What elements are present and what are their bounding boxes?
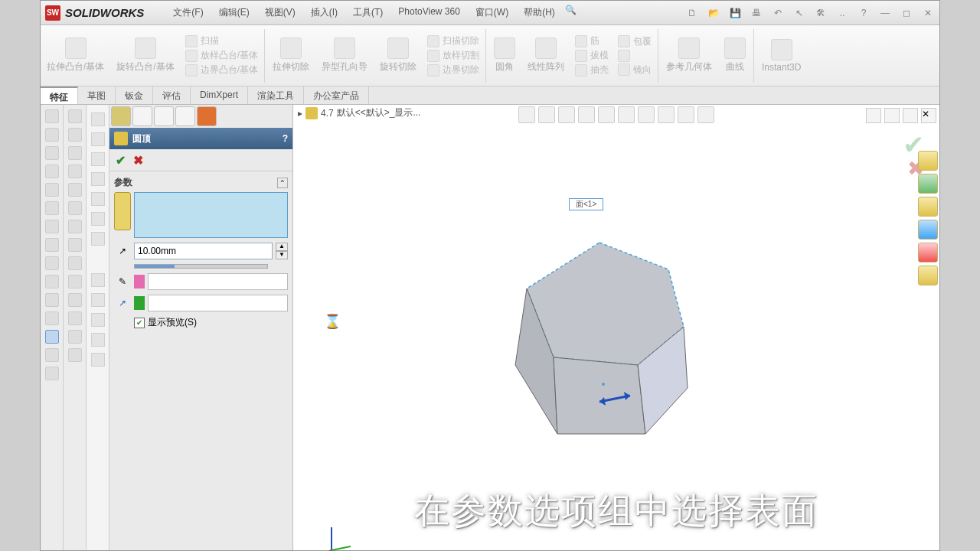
pm-tab-icon[interactable] — [132, 106, 152, 126]
new-icon[interactable]: 🗋 — [685, 6, 699, 20]
window-icon[interactable] — [884, 108, 900, 123]
close-icon[interactable]: ✕ — [921, 6, 935, 20]
dome-button[interactable] — [618, 50, 652, 62]
tool-icon[interactable] — [68, 348, 82, 362]
cancel-icon[interactable]: ✖ — [133, 153, 143, 168]
window-close-icon[interactable]: ✕ — [921, 108, 936, 123]
distance-spinner[interactable]: ▲▼ — [276, 243, 288, 259]
section-view-icon[interactable] — [578, 106, 595, 123]
tool-icon[interactable] — [68, 220, 82, 233]
instant3d-button[interactable]: Instant3D — [756, 36, 807, 76]
tab-sheetmetal[interactable]: 钣金 — [116, 86, 153, 104]
taskpane-appearance-icon[interactable] — [918, 243, 938, 262]
select-icon[interactable]: ↖ — [792, 6, 806, 20]
tool-icon[interactable] — [45, 275, 59, 289]
tool-icon[interactable] — [45, 367, 59, 380]
pm-tab-icon[interactable] — [175, 106, 195, 126]
fm-tab-icon[interactable] — [91, 232, 105, 246]
tool-icon[interactable] — [45, 293, 59, 307]
tab-features[interactable]: 特征 — [41, 86, 78, 104]
save-icon[interactable]: 💾 — [728, 6, 742, 20]
fillet-button[interactable]: 圆角 — [488, 34, 521, 77]
menu-photoview[interactable]: PhotoView 360 — [392, 3, 466, 22]
hide-show-icon[interactable] — [638, 106, 655, 123]
pm-tab-icon[interactable] — [154, 106, 174, 126]
extrude-boss-button[interactable]: 拉伸凸台/基体 — [41, 34, 110, 77]
view-settings-icon[interactable] — [697, 106, 714, 123]
tool-icon[interactable] — [68, 311, 82, 325]
taskpane-home-icon[interactable] — [918, 151, 938, 171]
wrap-button[interactable]: 包覆 — [618, 35, 652, 48]
menu-help[interactable]: 帮助(H) — [518, 3, 561, 22]
print-icon[interactable]: 🖶 — [750, 6, 763, 20]
zoom-area-icon[interactable] — [538, 106, 555, 123]
distance-input[interactable] — [134, 243, 273, 259]
open-icon[interactable]: 📂 — [707, 6, 720, 20]
loft-cut-button[interactable]: 放样切割 — [427, 49, 479, 62]
shell-button[interactable]: 抽壳 — [575, 64, 609, 77]
linear-pattern-button[interactable]: 线性阵列 — [521, 34, 570, 77]
hole-wizard-button[interactable]: 异型孔向导 — [315, 34, 374, 77]
expand-icon[interactable]: ▸ — [298, 108, 302, 119]
swept-cut-button[interactable]: 扫描切除 — [427, 34, 479, 47]
tab-sketch[interactable]: 草图 — [78, 86, 116, 104]
zoom-fit-icon[interactable] — [518, 106, 535, 123]
breadcrumb[interactable]: ▸ 4.7 默认<<默认>_显示... — [298, 106, 420, 119]
revolve-boss-button[interactable]: 旋转凸台/基体 — [110, 34, 180, 77]
tab-evaluate[interactable]: 评估 — [153, 86, 191, 104]
tool-icon[interactable] — [45, 256, 59, 270]
tool-icon[interactable] — [68, 146, 82, 160]
menu-view[interactable]: 视图(V) — [259, 3, 302, 22]
tool-icon[interactable] — [68, 165, 82, 178]
window-icon[interactable] — [903, 108, 918, 123]
fm-tab-icon[interactable] — [91, 293, 105, 307]
appearance-icon[interactable] — [658, 106, 675, 123]
rebuild-icon[interactable]: 🛠 — [814, 6, 828, 20]
tool-icon[interactable] — [45, 128, 59, 142]
tool-icon[interactable] — [45, 183, 59, 197]
menu-edit[interactable]: 编辑(E) — [213, 3, 256, 22]
search-icon[interactable]: 🔍 — [564, 3, 578, 17]
revolve-cut-button[interactable]: 旋转切除 — [374, 34, 423, 77]
fm-tab-icon[interactable] — [91, 112, 105, 126]
loft-boss-button[interactable]: 放样凸台/基体 — [185, 49, 258, 62]
tool-icon[interactable] — [45, 201, 59, 215]
selection-list[interactable] — [134, 192, 288, 238]
fm-tab-icon[interactable] — [91, 192, 105, 206]
fm-tab-icon[interactable] — [91, 313, 105, 327]
help-icon[interactable]: ? — [857, 6, 871, 20]
menu-insert[interactable]: 插入(I) — [305, 3, 344, 22]
tool-icon[interactable] — [45, 311, 59, 325]
tool-icon[interactable] — [45, 109, 59, 123]
tool-icon[interactable] — [68, 293, 82, 307]
constraint-field[interactable] — [148, 273, 288, 290]
prev-view-icon[interactable] — [558, 106, 575, 123]
taskpane-custom-icon[interactable] — [918, 266, 938, 285]
face-select-icon[interactable] — [114, 192, 131, 230]
tool-icon[interactable] — [45, 348, 59, 362]
taskpane-explorer-icon[interactable] — [918, 220, 938, 240]
direction-field[interactable] — [148, 295, 288, 311]
taskpane-resources-icon[interactable] — [918, 174, 938, 194]
tool-icon[interactable] — [68, 201, 82, 215]
tool-icon[interactable] — [68, 330, 82, 344]
view-triad-icon[interactable] — [316, 520, 354, 551]
tab-office[interactable]: 办公室产品 — [304, 86, 369, 104]
scene-icon[interactable] — [678, 106, 694, 123]
tab-dimxpert[interactable]: DimXpert — [191, 86, 248, 104]
pm-tab-feature-icon[interactable] — [111, 106, 131, 126]
tool-icon[interactable] — [68, 183, 82, 197]
fm-tab-icon[interactable] — [91, 212, 105, 226]
3d-model[interactable] — [485, 235, 714, 465]
tool-icon[interactable] — [68, 275, 82, 289]
tool-icon[interactable] — [68, 238, 82, 252]
menu-file[interactable]: 文件(F) — [167, 3, 209, 22]
tool-icon-selected[interactable] — [45, 330, 59, 344]
view-orientation-icon[interactable] — [598, 106, 615, 123]
tool-icon[interactable] — [68, 128, 82, 142]
menu-window[interactable]: 窗口(W) — [469, 3, 514, 22]
ok-icon[interactable]: ✔ — [116, 153, 126, 168]
collapse-icon[interactable]: ⌃ — [277, 178, 288, 188]
tab-render[interactable]: 渲染工具 — [248, 86, 304, 104]
mirror-button[interactable]: 镜向 — [618, 64, 652, 77]
